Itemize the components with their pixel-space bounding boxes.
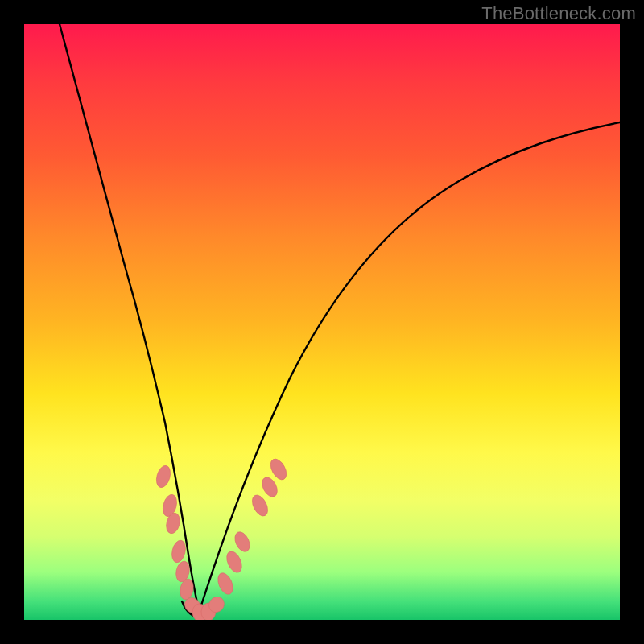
attribution-text: TheBottleneck.com (481, 3, 636, 24)
curve-right (200, 122, 620, 610)
curves-layer (24, 24, 620, 620)
marker (215, 571, 236, 597)
marker (170, 539, 188, 564)
plot-area (24, 24, 620, 620)
marker (154, 464, 172, 489)
marker-group (154, 456, 289, 620)
marker (224, 549, 245, 575)
chart-frame: TheBottleneck.com (0, 0, 644, 644)
marker (232, 530, 252, 554)
marker (250, 493, 271, 518)
marker (259, 475, 280, 499)
marker (267, 456, 290, 482)
